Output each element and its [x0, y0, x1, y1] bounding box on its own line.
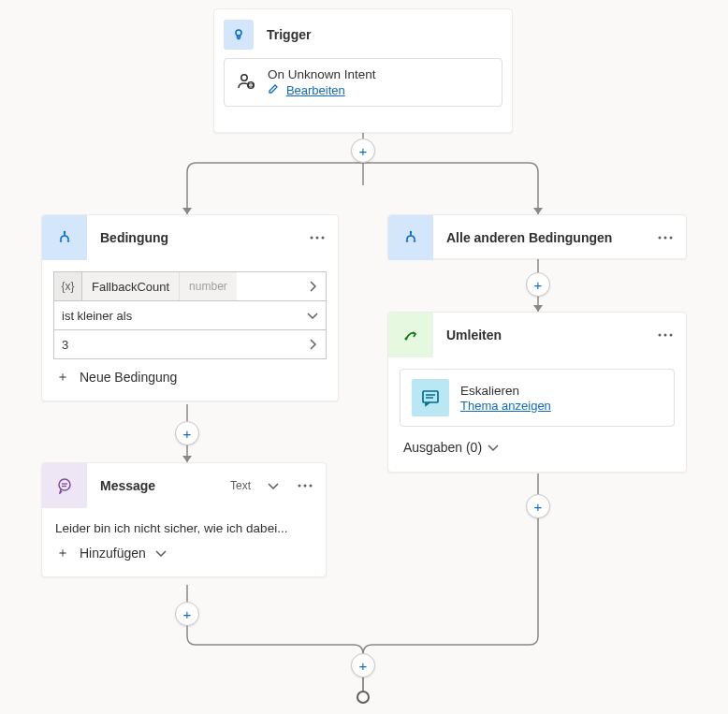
svg-point-17: [410, 231, 412, 233]
svg-point-9: [316, 237, 319, 240]
outputs-label: Ausgaben (0): [403, 440, 482, 455]
add-condition-button[interactable]: ＋ Neue Bedingung: [53, 359, 327, 395]
add-step-button[interactable]: +: [526, 272, 550, 297]
chevron-down-icon: [155, 549, 167, 557]
svg-point-21: [664, 237, 667, 240]
add-variation-button[interactable]: ＋ Hinzufügen: [55, 535, 313, 569]
message-card[interactable]: Message Text Leider bin ich nicht sicher…: [41, 462, 327, 577]
edit-trigger-link[interactable]: Bearbeiten: [268, 82, 376, 97]
redirect-card[interactable]: Umleiten Eskalieren Thema anzeigen: [387, 312, 687, 473]
svg-point-24: [659, 334, 662, 337]
svg-point-23: [405, 338, 408, 341]
plus-icon: ＋: [55, 545, 70, 561]
chevron-right-icon[interactable]: [299, 330, 326, 358]
condition-value-row[interactable]: 3: [53, 329, 327, 359]
redirect-target-box[interactable]: Eskalieren Thema anzeigen: [400, 369, 675, 427]
more-options-button[interactable]: [652, 225, 678, 251]
topic-icon: [412, 379, 449, 416]
svg-rect-27: [423, 391, 438, 402]
chevron-down-icon[interactable]: [268, 482, 279, 489]
add-step-button[interactable]: +: [175, 421, 199, 445]
more-options-button[interactable]: [304, 225, 330, 251]
svg-point-26: [670, 334, 673, 337]
branch-icon: [42, 215, 87, 260]
svg-point-10: [322, 237, 325, 240]
trigger-title: Trigger: [267, 27, 502, 42]
condition-variable-row[interactable]: {x} FallbackCount number: [53, 271, 327, 301]
svg-point-20: [659, 237, 662, 240]
chevron-down-icon: [488, 444, 499, 451]
trigger-event-box[interactable]: On Unknown Intent Bearbeiten: [224, 58, 502, 107]
svg-point-16: [310, 485, 313, 488]
svg-point-11: [59, 479, 70, 490]
branch-icon: [388, 215, 433, 260]
redirect-icon: [388, 313, 433, 357]
add-step-button[interactable]: +: [175, 602, 199, 626]
message-title: Message: [100, 478, 217, 493]
arrow: [182, 456, 192, 462]
message-subtype: Text: [230, 479, 251, 492]
message-body[interactable]: Leider bin ich nicht sicher, wie ich dab…: [55, 521, 313, 535]
trigger-event-name: On Unknown Intent: [268, 67, 376, 81]
add-step-button[interactable]: +: [526, 494, 550, 518]
arrow: [533, 208, 543, 214]
svg-point-6: [60, 240, 62, 241]
condition-value: 3: [54, 330, 299, 358]
outputs-toggle[interactable]: Ausgaben (0): [400, 427, 675, 468]
condition-variable-type: number: [179, 272, 237, 300]
chat-icon: [42, 463, 87, 508]
svg-point-5: [64, 231, 66, 233]
condition-title: Bedingung: [100, 230, 291, 245]
else-title: Alle anderen Bedingungen: [446, 230, 639, 245]
arrow: [182, 208, 192, 214]
condition-variable-name: FallbackCount: [82, 272, 179, 300]
svg-point-25: [664, 334, 667, 337]
view-topic-link[interactable]: Thema anzeigen: [460, 399, 551, 413]
svg-point-19: [414, 240, 415, 241]
svg-point-2: [241, 74, 247, 80]
chevron-right-icon[interactable]: [299, 272, 326, 300]
svg-point-7: [67, 240, 69, 241]
add-step-button[interactable]: +: [351, 653, 375, 678]
arrow: [533, 305, 543, 312]
bulb-icon: [224, 20, 254, 50]
redirect-title: Umleiten: [446, 328, 639, 342]
more-options-button[interactable]: [652, 322, 678, 348]
add-step-button[interactable]: +: [351, 138, 375, 163]
pencil-icon: [268, 82, 283, 97]
redirect-target-name: Eskalieren: [460, 384, 551, 398]
add-condition-label: Neue Bedingung: [80, 370, 177, 385]
chevron-down-icon[interactable]: [299, 301, 326, 329]
svg-point-8: [311, 237, 313, 240]
condition-operator-row[interactable]: ist kleiner als: [53, 300, 327, 330]
svg-point-14: [298, 485, 301, 488]
condition-operator: ist kleiner als: [54, 301, 299, 329]
people-icon: [236, 71, 256, 95]
variable-icon: {x}: [54, 272, 82, 300]
else-card[interactable]: Alle anderen Bedingungen: [387, 214, 687, 259]
end-node: [357, 691, 370, 704]
condition-card[interactable]: Bedingung {x} FallbackCount number ist k…: [41, 214, 339, 401]
add-variation-label: Hinzufügen: [80, 546, 146, 561]
trigger-card[interactable]: Trigger On Unknown Intent Bearbeit: [213, 8, 513, 133]
svg-point-18: [406, 240, 408, 241]
svg-point-22: [670, 237, 673, 240]
more-options-button[interactable]: [292, 473, 318, 499]
svg-point-0: [236, 30, 241, 36]
svg-point-15: [304, 485, 307, 488]
plus-icon: ＋: [55, 369, 70, 386]
